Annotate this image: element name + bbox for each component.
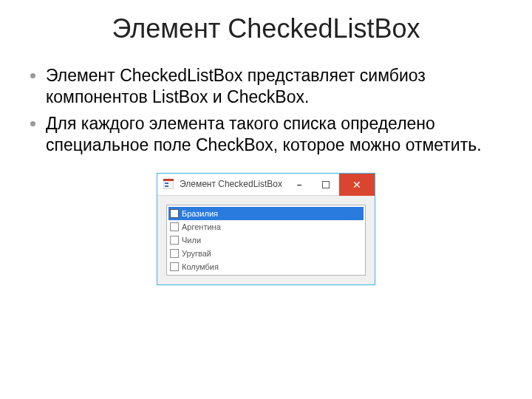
checked-list-box[interactable]: Бразилия Аргентина Чили Уругвай Колумбия [166, 205, 366, 276]
bullet-text: Элемент CheckedListBox представляет симб… [46, 66, 426, 106]
svg-rect-1 [163, 179, 174, 181]
svg-rect-2 [165, 183, 168, 184]
maximize-button[interactable] [313, 174, 339, 196]
bullet-item: Для каждого элемента такого списка опред… [46, 113, 505, 157]
checkbox-icon[interactable] [170, 262, 179, 271]
checkbox-icon[interactable] [170, 236, 179, 245]
bullet-item: Элемент CheckedListBox представляет симб… [46, 65, 505, 109]
list-item[interactable]: Колумбия [168, 260, 364, 273]
minimize-button[interactable]: – [286, 174, 313, 196]
window-title: Элемент CheckedListBox [180, 179, 286, 189]
checkbox-icon[interactable] [170, 249, 179, 258]
titlebar[interactable]: Элемент CheckedListBox – ✕ [157, 174, 375, 196]
list-item[interactable]: Чили [168, 233, 364, 247]
window-controls: – ✕ [286, 174, 375, 195]
app-window: Элемент CheckedListBox – ✕ Бразилия [157, 173, 375, 285]
list-item[interactable]: Аргентина [168, 220, 364, 233]
list-item-label: Чили [182, 236, 201, 245]
minimize-icon: – [297, 180, 302, 190]
example-wrapper: Элемент CheckedListBox – ✕ Бразилия [27, 173, 505, 285]
list-item-label: Уругвай [182, 249, 211, 258]
list-item[interactable]: Уругвай [168, 247, 364, 260]
checkbox-icon[interactable] [170, 222, 179, 231]
checkbox-icon[interactable] [170, 209, 179, 218]
slide-title: Элемент CheckedListBox [27, 13, 505, 44]
list-item-label: Аргентина [182, 222, 221, 231]
list-item-label: Бразилия [182, 209, 218, 218]
svg-rect-3 [165, 185, 168, 187]
maximize-icon [322, 181, 330, 188]
list-item-label: Колумбия [182, 262, 219, 271]
bullet-text: Для каждого элемента такого списка опред… [46, 114, 482, 154]
window-client-area: Бразилия Аргентина Чили Уругвай Колумбия [157, 196, 375, 284]
close-button[interactable]: ✕ [339, 174, 375, 196]
svg-rect-4 [323, 181, 330, 188]
app-icon [162, 177, 175, 191]
bullet-list: Элемент CheckedListBox представляет симб… [27, 65, 505, 157]
list-item[interactable]: Бразилия [168, 207, 364, 220]
close-icon: ✕ [352, 179, 361, 191]
